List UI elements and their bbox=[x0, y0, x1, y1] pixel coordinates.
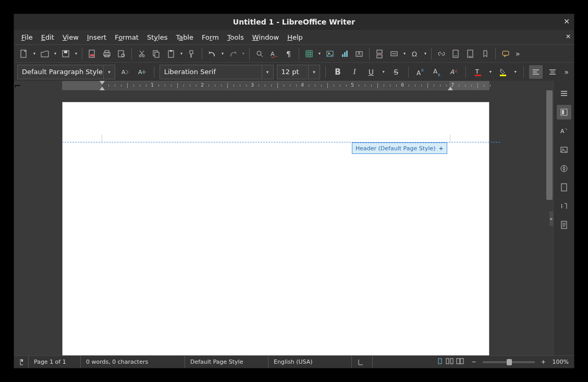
menu-format[interactable]: Format bbox=[111, 31, 143, 43]
page-style-label[interactable]: Default Page Style bbox=[185, 356, 268, 368]
document-close-button[interactable]: ✕ bbox=[566, 33, 571, 40]
sidebar-style-inspector-button[interactable]: I bbox=[557, 199, 571, 213]
redo-button[interactable] bbox=[226, 47, 240, 61]
sidebar-styles-button[interactable]: A bbox=[557, 124, 571, 138]
export-pdf-button[interactable] bbox=[85, 47, 99, 61]
font-name-dropdown[interactable] bbox=[262, 65, 273, 79]
zoom-percent-label[interactable]: 100% bbox=[548, 356, 574, 368]
menu-tools[interactable]: Tools bbox=[223, 31, 248, 43]
align-left-button[interactable] bbox=[529, 65, 543, 79]
open-button[interactable] bbox=[38, 47, 52, 61]
insert-image-button[interactable] bbox=[323, 47, 337, 61]
sidebar-gallery-button[interactable] bbox=[557, 142, 571, 157]
align-center-button[interactable] bbox=[546, 65, 559, 79]
highlight-dropdown[interactable] bbox=[513, 69, 518, 74]
toolbar-overflow-button[interactable]: » bbox=[513, 50, 522, 58]
insert-field-button[interactable] bbox=[387, 47, 401, 61]
font-color-dropdown[interactable] bbox=[488, 69, 493, 74]
document-page[interactable] bbox=[62, 102, 489, 355]
paragraph-style-combo[interactable]: Default Paragraph Style bbox=[17, 65, 115, 79]
font-size-combo[interactable]: 12 pt bbox=[277, 65, 321, 79]
page-break-button[interactable] bbox=[373, 47, 386, 61]
underline-dropdown[interactable] bbox=[381, 69, 386, 74]
sidebar-properties-button[interactable] bbox=[557, 105, 571, 120]
menu-edit[interactable]: Edit bbox=[37, 31, 58, 43]
insert-textbox-button[interactable]: A bbox=[352, 47, 366, 61]
superscript-button[interactable]: AB bbox=[414, 65, 427, 79]
menu-view[interactable]: View bbox=[58, 31, 83, 43]
bookmark-button[interactable] bbox=[479, 47, 492, 61]
font-color-button[interactable]: T bbox=[471, 65, 485, 79]
find-button[interactable] bbox=[253, 47, 266, 61]
insert-table-dropdown[interactable] bbox=[317, 51, 322, 56]
font-name-combo[interactable]: Liberation Serif bbox=[160, 65, 274, 79]
subscript-button[interactable]: AB bbox=[430, 65, 444, 79]
zoom-slider-knob[interactable] bbox=[507, 359, 512, 365]
menu-help[interactable]: Help bbox=[283, 31, 307, 43]
insert-field-dropdown[interactable] bbox=[402, 51, 407, 56]
print-button[interactable] bbox=[100, 47, 114, 61]
undo-dropdown[interactable] bbox=[220, 51, 225, 56]
save-status-icon[interactable] bbox=[14, 356, 29, 368]
bold-button[interactable]: B bbox=[331, 65, 345, 79]
insert-chart-button[interactable] bbox=[338, 47, 351, 61]
save-button[interactable] bbox=[59, 47, 72, 61]
clear-format-button[interactable]: A bbox=[447, 65, 460, 79]
clone-format-button[interactable] bbox=[185, 47, 199, 61]
scrollbar-thumb[interactable] bbox=[546, 90, 553, 200]
menu-table[interactable]: Table bbox=[172, 31, 198, 43]
window-close-button[interactable]: ✕ bbox=[564, 17, 570, 26]
zoom-slider[interactable] bbox=[483, 361, 535, 363]
new-button[interactable] bbox=[17, 47, 31, 61]
menu-window[interactable]: Window bbox=[248, 31, 283, 43]
update-style-button[interactable]: A bbox=[118, 65, 132, 79]
insert-table-button[interactable] bbox=[302, 47, 316, 61]
special-char-dropdown[interactable] bbox=[423, 51, 428, 56]
font-size-dropdown[interactable] bbox=[308, 65, 320, 79]
new-style-button[interactable]: A bbox=[135, 65, 149, 79]
formatting-overflow-button[interactable]: » bbox=[562, 68, 571, 76]
hanging-indent-marker[interactable] bbox=[100, 87, 105, 90]
print-preview-button[interactable] bbox=[115, 47, 128, 61]
redo-dropdown[interactable] bbox=[241, 51, 246, 56]
menu-insert[interactable]: Insert bbox=[83, 31, 111, 43]
sidebar-navigator-button[interactable] bbox=[557, 161, 571, 176]
footnote-button[interactable] bbox=[449, 47, 463, 61]
header-tooltip[interactable]: Header (Default Page Style) + bbox=[352, 142, 447, 154]
menu-form[interactable]: Form bbox=[198, 31, 223, 43]
zoom-in-button[interactable]: + bbox=[539, 359, 548, 365]
undo-button[interactable] bbox=[205, 47, 219, 61]
italic-button[interactable]: I bbox=[348, 65, 361, 79]
hyperlink-button[interactable] bbox=[435, 47, 448, 61]
sidebar-menu-button[interactable] bbox=[557, 86, 571, 101]
save-dropdown[interactable] bbox=[74, 51, 79, 56]
underline-button[interactable]: U bbox=[364, 65, 378, 79]
sidebar-expand-handle[interactable]: ▸ bbox=[549, 211, 554, 226]
zoom-out-button[interactable]: − bbox=[470, 359, 479, 365]
spellcheck-button[interactable]: A bbox=[267, 47, 281, 61]
endnote-button[interactable] bbox=[464, 47, 477, 61]
page-count-label[interactable]: Page 1 of 1 bbox=[29, 356, 81, 368]
formatting-marks-button[interactable]: ¶ bbox=[282, 47, 296, 61]
single-page-view-button[interactable] bbox=[436, 357, 444, 366]
strikethrough-button[interactable]: S bbox=[389, 65, 403, 79]
first-line-indent-marker[interactable] bbox=[100, 81, 105, 85]
menu-styles[interactable]: Styles bbox=[143, 31, 172, 43]
paste-button[interactable] bbox=[164, 47, 178, 61]
paste-dropdown[interactable] bbox=[179, 51, 184, 56]
sidebar-manage-changes-button[interactable] bbox=[557, 218, 571, 232]
new-dropdown[interactable] bbox=[32, 51, 37, 56]
highlight-button[interactable] bbox=[496, 65, 510, 79]
paragraph-style-dropdown[interactable] bbox=[103, 65, 115, 79]
insert-mode-label[interactable] bbox=[352, 356, 373, 368]
header-add-icon[interactable]: + bbox=[439, 145, 444, 152]
special-char-button[interactable]: Ω bbox=[408, 47, 422, 61]
sidebar-page-button[interactable] bbox=[557, 180, 571, 195]
multi-page-view-button[interactable] bbox=[446, 357, 454, 366]
copy-button[interactable] bbox=[150, 47, 163, 61]
open-dropdown[interactable] bbox=[53, 51, 58, 56]
horizontal-ruler[interactable]: 1234567 bbox=[62, 81, 489, 90]
cut-button[interactable] bbox=[135, 47, 149, 61]
book-view-button[interactable] bbox=[456, 357, 464, 366]
language-label[interactable]: English (USA) bbox=[268, 356, 352, 368]
